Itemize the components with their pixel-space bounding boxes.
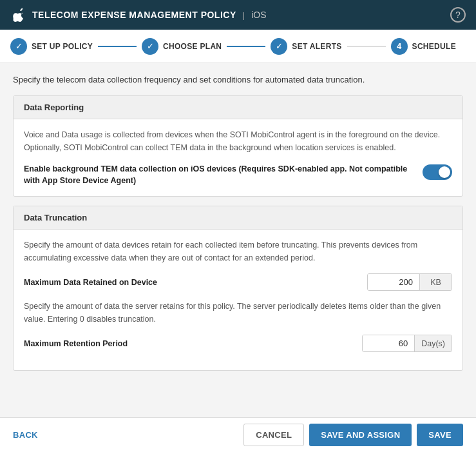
app-header: TELECOM EXPENSE MANAGEMENT POLICY | iOS …: [0, 0, 476, 30]
footer-left: BACK: [13, 424, 243, 446]
steps-bar: ✓ SET UP POLICY ✓ CHOOSE PLAN ✓ SET ALER…: [0, 30, 476, 63]
back-button[interactable]: BACK: [13, 424, 38, 446]
toggle-track[interactable]: [423, 164, 452, 180]
step-2-label: CHOOSE PLAN: [163, 42, 222, 51]
data-truncation-description2: Specify the amount of data the server re…: [24, 300, 452, 326]
save-and-assign-button[interactable]: SAVE AND ASSIGN: [309, 424, 412, 446]
background-tem-label: Enable background TEM data collection on…: [24, 163, 412, 188]
max-data-unit: KB: [419, 274, 452, 290]
toggle-thumb: [439, 166, 450, 178]
header-title: TELECOM EXPENSE MANAGEMENT POLICY: [32, 10, 236, 20]
step-3-icon: ✓: [271, 38, 287, 55]
background-tem-toggle[interactable]: [423, 164, 452, 180]
step-choose-plan[interactable]: ✓ CHOOSE PLAN: [142, 38, 222, 55]
max-retention-input-group: Day(s): [362, 335, 452, 352]
connector-1: [98, 46, 137, 47]
max-retention-row: Maximum Retention Period Day(s): [24, 335, 452, 352]
save-button[interactable]: SAVE: [417, 424, 463, 446]
step-3-label: SET ALERTS: [292, 42, 341, 51]
max-retention-unit: Day(s): [414, 335, 452, 351]
step-1-label: SET UP POLICY: [32, 42, 93, 51]
step-setup-policy[interactable]: ✓ SET UP POLICY: [10, 38, 93, 55]
data-truncation-header: Data Truncation: [14, 206, 462, 230]
step-schedule[interactable]: 4 SCHEDULE: [391, 38, 456, 55]
step-4-icon: 4: [391, 38, 408, 55]
intro-text: Specify the telecom data collection freq…: [13, 74, 463, 86]
data-truncation-body: Specify the amount of data devices retai…: [14, 230, 462, 370]
max-data-input-group: KB: [367, 273, 452, 291]
step-1-icon: ✓: [10, 38, 27, 55]
header-platform: iOS: [251, 10, 266, 20]
step-set-alerts[interactable]: ✓ SET ALERTS: [271, 38, 341, 55]
data-reporting-card: Data Reporting Voice and Data usage is c…: [13, 95, 463, 197]
step-4-label: SCHEDULE: [412, 42, 456, 51]
main-content: Specify the telecom data collection freq…: [0, 63, 476, 417]
max-retention-input[interactable]: [363, 335, 414, 351]
max-data-input[interactable]: [368, 274, 419, 290]
data-truncation-description1: Specify the amount of data devices retai…: [24, 239, 452, 264]
data-reporting-description: Voice and Data usage is collected from d…: [24, 128, 452, 154]
connector-2: [227, 46, 265, 47]
data-reporting-body: Voice and Data usage is collected from d…: [14, 119, 462, 197]
max-retention-label: Maximum Retention Period: [24, 339, 128, 348]
max-data-row: Maximum Data Retained on Device KB: [24, 273, 452, 291]
data-truncation-card: Data Truncation Specify the amount of da…: [13, 206, 463, 371]
header-separator: |: [243, 10, 245, 20]
apple-logo-icon: [10, 8, 24, 22]
help-button[interactable]: ?: [450, 7, 466, 23]
max-data-label: Maximum Data Retained on Device: [24, 278, 157, 287]
cancel-button[interactable]: CANCEL: [243, 424, 304, 446]
step-2-icon: ✓: [142, 38, 158, 55]
background-tem-toggle-row: Enable background TEM data collection on…: [24, 163, 452, 188]
footer-right: CANCEL SAVE AND ASSIGN SAVE: [243, 424, 463, 446]
footer: BACK CANCEL SAVE AND ASSIGN SAVE: [0, 417, 476, 452]
data-reporting-header: Data Reporting: [14, 96, 462, 119]
connector-3: [347, 46, 386, 47]
